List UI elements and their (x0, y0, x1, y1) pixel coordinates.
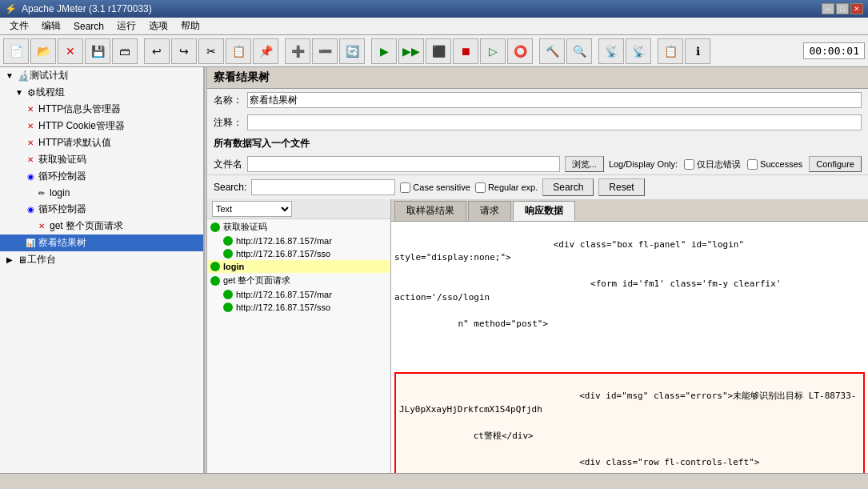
tree-item-login[interactable]: ✏ login (0, 185, 203, 201)
clear-all-button[interactable]: ⭕ (507, 38, 533, 64)
name-input[interactable] (247, 92, 862, 108)
name-label: 名称： (214, 94, 242, 107)
case-sensitive-checkbox[interactable] (400, 182, 410, 193)
reset-button[interactable]: Reset (598, 178, 644, 196)
log-viewer-button[interactable]: 📋 (658, 38, 683, 64)
status-dot (210, 222, 220, 232)
minimize-button[interactable]: – (822, 3, 834, 14)
tree-item-result-tree[interactable]: 📊 察看结果树 (0, 234, 203, 251)
toggle-button[interactable]: 🔄 (339, 38, 365, 64)
triangle-icon: ▼ (3, 70, 16, 82)
tree-item-http-defaults[interactable]: ✕ HTTP请求默认值 (0, 134, 203, 151)
status-dot (223, 303, 233, 312)
search-input[interactable] (251, 179, 395, 195)
result-item-0[interactable]: 获取验证码 (207, 219, 390, 234)
run-button[interactable]: ▶ (371, 38, 397, 64)
remote-stop-button[interactable]: 📡 (626, 38, 651, 64)
browse-button[interactable]: 浏览... (565, 156, 604, 172)
result-item-4[interactable]: get 整个页面请求 (207, 273, 390, 288)
save-all-button[interactable]: 🗃 (112, 38, 138, 64)
name-row: 名称： (207, 89, 868, 111)
errors-checkbox[interactable] (684, 159, 694, 170)
stop-button[interactable]: ⬛ (426, 38, 451, 64)
expand-button[interactable]: ➕ (285, 38, 310, 64)
result-item-5[interactable]: http://172.16.87.157/mar (207, 288, 390, 301)
status-dot (210, 276, 220, 286)
status-dot (210, 262, 220, 271)
menu-options[interactable]: 选项 (142, 18, 174, 34)
comment-label: 注释： (214, 116, 242, 130)
result-item-2[interactable]: http://172.16.87.157/sso (207, 247, 390, 260)
copy-button[interactable]: 📋 (226, 38, 251, 64)
tree-item-get-captcha[interactable]: ✕ 获取验证码 (0, 151, 203, 168)
comment-row: 注释： (207, 111, 868, 134)
menu-file[interactable]: 文件 (3, 18, 35, 34)
thread-icon: ⚙ (27, 87, 36, 98)
cut-button[interactable]: ✂ (198, 38, 224, 64)
function-helper-button[interactable]: 🔨 (539, 38, 565, 64)
tree-item-test-plan[interactable]: ▼ 🔬 测试计划 (0, 67, 203, 84)
help-button[interactable]: 🔍 (566, 38, 592, 64)
result-item-6[interactable]: http://172.16.87.157/sso (207, 301, 390, 314)
tab-response-data[interactable]: 响应数据 (513, 201, 575, 221)
response-pane[interactable]: <div class="box fl-panel" id="login" sty… (391, 222, 868, 473)
main-layout: ▼ 🔬 测试计划 ▼ ⚙ 线程组 ✕ HTTP信息头管理器 ✕ HTTP Coo… (0, 67, 868, 473)
panel-title: 察看结果树 (207, 67, 868, 89)
successes-checkbox-label[interactable]: Successes (747, 159, 802, 170)
regular-exp-checkbox[interactable] (475, 182, 486, 193)
menu-edit[interactable]: 编辑 (35, 18, 67, 34)
collapse-button[interactable]: ➖ (312, 38, 338, 64)
clear-button[interactable]: ▷ (480, 38, 506, 64)
menu-search[interactable]: Search (67, 19, 110, 34)
right-panel: 察看结果树 名称： 注释： 所有数据写入一个文件 文件名 浏览... Log/D… (207, 67, 868, 473)
response-content: <div class="box fl-panel" id="login" sty… (394, 225, 865, 473)
result-item-3[interactable]: login (207, 260, 390, 273)
file-input[interactable] (247, 156, 560, 172)
save-button[interactable]: 💾 (85, 38, 110, 64)
tree-item-get-page[interactable]: ✕ get 整个页面请求 (0, 218, 203, 234)
menubar: 文件 编辑 Search 运行 选项 帮助 (0, 18, 868, 35)
search-label: Search: (214, 182, 246, 193)
text-format-select[interactable]: Text HTML JSON XML (212, 201, 292, 217)
file-row: 文件名 浏览... Log/Display Only: 仅日志错误 Succes… (207, 154, 868, 174)
tree-item-http-header[interactable]: ✕ HTTP信息头管理器 (0, 101, 203, 118)
tree-item-thread-group[interactable]: ▼ ⚙ 线程组 (0, 84, 203, 101)
tab-request[interactable]: 请求 (468, 201, 511, 221)
titlebar: ⚡ Apache JMeter (3.1 r1770033) – □ ✕ (0, 0, 868, 18)
result-item-1[interactable]: http://172.16.87.157/mar (207, 234, 390, 247)
new-button[interactable]: 📄 (3, 38, 29, 64)
menu-run[interactable]: 运行 (110, 18, 142, 34)
run-no-pause-button[interactable]: ▶▶ (398, 38, 424, 64)
successes-checkbox[interactable] (747, 159, 758, 170)
errors-checkbox-label[interactable]: 仅日志错误 (684, 158, 741, 170)
redo-button[interactable]: ↪ (171, 38, 197, 64)
configure-button[interactable]: Configure (809, 156, 862, 172)
paste-button[interactable]: 📌 (253, 38, 278, 64)
tree-item-http-cookie[interactable]: ✕ HTTP Cookie管理器 (0, 118, 203, 134)
left-panel: ▼ 🔬 测试计划 ▼ ⚙ 线程组 ✕ HTTP信息头管理器 ✕ HTTP Coo… (0, 67, 204, 473)
search-button[interactable]: Search (542, 178, 594, 196)
close-button[interactable]: ✕ (850, 3, 863, 14)
tree-item-loop-controller-2[interactable]: ◉ 循环控制器 (0, 201, 203, 218)
menu-help[interactable]: 帮助 (174, 18, 206, 34)
comment-input[interactable] (247, 114, 862, 130)
app-icon: ⚡ (5, 3, 17, 14)
tree-item-workbench[interactable]: ▶ 🖥 工作台 (0, 251, 203, 268)
maximize-button[interactable]: □ (836, 3, 849, 14)
close-file-button[interactable]: ✕ (58, 38, 83, 64)
section-all-data: 所有数据写入一个文件 (207, 134, 868, 154)
remote-start-button[interactable]: 📡 (598, 38, 624, 64)
undo-button[interactable]: ↩ (144, 38, 170, 64)
open-button[interactable]: 📂 (30, 38, 56, 64)
case-sensitive-label[interactable]: Case sensitive (400, 182, 470, 193)
regular-exp-label[interactable]: Regular exp. (475, 182, 538, 193)
about-button[interactable]: ℹ (685, 38, 710, 64)
content-area: Text HTML JSON XML 获取验证码 http://172.16.8… (207, 199, 868, 473)
search-row: Search: Case sensitive Regular exp. Sear… (207, 174, 868, 199)
status-dot (223, 236, 233, 246)
tab-sampler-results[interactable]: 取样器结果 (394, 201, 466, 221)
tree-item-loop-controller-1[interactable]: ◉ 循环控制器 (0, 168, 203, 185)
highlight-box: <div id="msg" class="errors">未能够识别出目标 LT… (394, 372, 865, 474)
text-viewer-header: Text HTML JSON XML (207, 199, 390, 219)
stop-now-button[interactable]: ⏹ (453, 38, 478, 64)
